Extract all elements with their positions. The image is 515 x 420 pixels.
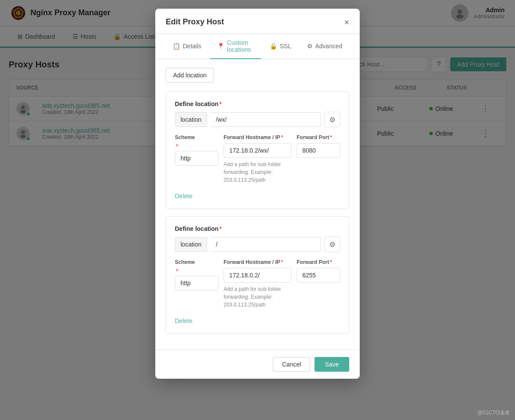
location-tag-1: location (175, 112, 207, 127)
locations-icon: 📍 (217, 43, 224, 50)
gear-tab-icon: ⚙ (307, 43, 313, 50)
tab-advanced[interactable]: ⚙ Advanced (300, 34, 349, 59)
ssl-tab-icon: 🔒 (270, 43, 277, 50)
delete-link-1[interactable]: Delete (175, 193, 192, 200)
tab-custom-locations[interactable]: 📍 Custom locations (210, 34, 261, 59)
close-button[interactable]: × (344, 18, 349, 27)
location-path-input-1[interactable] (211, 112, 321, 127)
fwd-port-field-2: Forward Port* (297, 259, 340, 309)
location-tag-2: location (175, 237, 207, 252)
location-card-1: Define location* location ⚙ Scheme* Forw… (166, 91, 349, 209)
required-star: * (176, 268, 178, 275)
scheme-input-1[interactable] (175, 151, 218, 166)
fwd-host-input-2[interactable] (224, 268, 291, 283)
hint-text-2: Add a path for sub-folder forwarding. Ex… (224, 285, 291, 309)
fwd-host-field-1: Forward Hostname / IP* Add a path for su… (224, 134, 291, 184)
tab-ssl[interactable]: 🔒 SSL (263, 34, 298, 59)
add-location-button[interactable]: Add location (166, 68, 214, 83)
fwd-host-input-1[interactable] (224, 143, 291, 158)
location-input-row-2: location ⚙ (175, 237, 340, 252)
required-star: * (219, 225, 221, 232)
location-path-input-2[interactable] (211, 237, 321, 252)
modal-body: Add location Define location* location ⚙… (155, 59, 360, 350)
fwd-port-label-1: Forward Port* (297, 134, 340, 140)
location-input-row-1: location ⚙ (175, 112, 340, 127)
details-icon: 📋 (173, 43, 180, 50)
required-star: * (330, 259, 332, 265)
required-star: * (219, 100, 221, 107)
define-location-label-1: Define location* (175, 100, 340, 107)
tab-custom-locations-label: Custom locations (227, 39, 254, 53)
fwd-port-label-2: Forward Port* (297, 259, 340, 265)
fwd-host-label-1: Forward Hostname / IP* (224, 134, 291, 140)
required-star: * (176, 143, 178, 150)
modal-tabs: 📋 Details 📍 Custom locations 🔒 SSL ⚙ Adv… (155, 34, 360, 59)
edit-proxy-host-modal: Edit Proxy Host × 📋 Details 📍 Custom loc… (155, 9, 360, 379)
scheme-label-1: Scheme (175, 134, 218, 140)
scheme-field-1: Scheme* (175, 134, 218, 184)
modal-title: Edit Proxy Host (166, 17, 224, 27)
scheme-label-2: Scheme (175, 259, 218, 265)
define-location-label-2: Define location* (175, 225, 340, 232)
delete-link-2[interactable]: Delete (175, 317, 192, 324)
save-button[interactable]: Save (314, 357, 349, 372)
fwd-port-input-2[interactable] (297, 268, 340, 283)
modal-header: Edit Proxy Host × (155, 9, 360, 34)
required-star: * (330, 134, 332, 140)
fwd-host-label-2: Forward Hostname / IP* (224, 259, 291, 265)
fwd-port-input-1[interactable] (297, 143, 340, 158)
location-gear-button-1[interactable]: ⚙ (324, 112, 340, 127)
modal-overlay: Edit Proxy Host × 📋 Details 📍 Custom loc… (0, 0, 515, 420)
required-star: * (281, 134, 283, 140)
tab-ssl-label: SSL (280, 43, 291, 50)
location-card-2: Define location* location ⚙ Scheme* Forw… (166, 216, 349, 334)
cancel-button[interactable]: Cancel (273, 357, 310, 372)
tab-advanced-label: Advanced (315, 43, 342, 50)
tab-details[interactable]: 📋 Details (166, 34, 208, 59)
modal-footer: Cancel Save (155, 350, 360, 379)
hint-text-1: Add a path for sub-folder forwarding. Ex… (224, 160, 291, 184)
location-gear-button-2[interactable]: ⚙ (324, 237, 340, 252)
fwd-host-field-2: Forward Hostname / IP* Add a path for su… (224, 259, 291, 309)
scheme-field-2: Scheme* (175, 259, 218, 309)
watermark: @51CTO读者 (477, 409, 510, 417)
scheme-input-2[interactable] (175, 276, 218, 290)
fields-row-1: Scheme* Forward Hostname / IP* Add a pat… (175, 134, 340, 184)
fields-row-2: Scheme* Forward Hostname / IP* Add a pat… (175, 259, 340, 309)
required-star: * (281, 259, 283, 265)
fwd-port-field-1: Forward Port* (297, 134, 340, 184)
tab-details-label: Details (183, 43, 201, 50)
